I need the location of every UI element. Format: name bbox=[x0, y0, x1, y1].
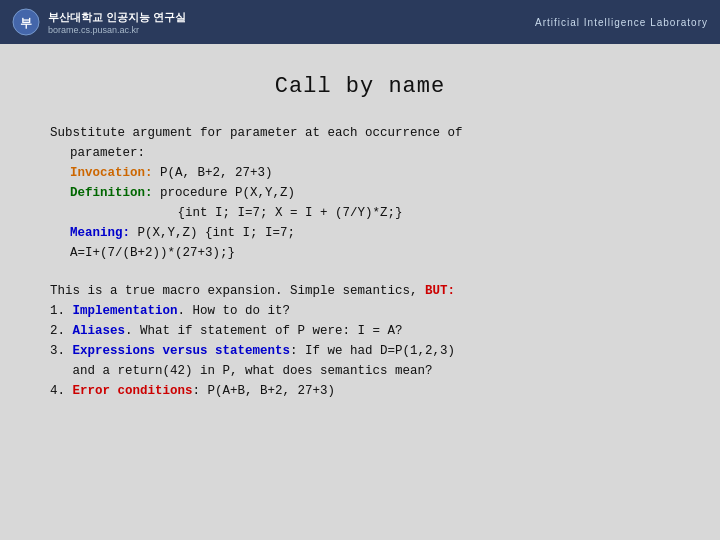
meaning-label: Meaning: bbox=[70, 226, 130, 240]
definition-line: Definition: procedure P(X,Y,Z) bbox=[70, 183, 670, 203]
university-url: borame.cs.pusan.ac.kr bbox=[48, 25, 186, 35]
item2-line: 2. Aliases. What if statement of P were:… bbox=[50, 321, 670, 341]
header-left: 부 부산대학교 인공지능 연구실 borame.cs.pusan.ac.kr bbox=[12, 8, 186, 36]
definition-body: {int I; I=7; X = I + (7/Y)*Z;} bbox=[50, 206, 403, 220]
header: 부 부산대학교 인공지능 연구실 borame.cs.pusan.ac.kr A… bbox=[0, 0, 720, 44]
main-content: Call by name Substitute argument for par… bbox=[0, 44, 720, 540]
item2-label: Aliases bbox=[65, 324, 125, 338]
university-logo: 부 bbox=[12, 8, 40, 36]
invocation-value: P(A, B+2, 27+3) bbox=[153, 166, 273, 180]
item1-line: 1. Implementation. How to do it? bbox=[50, 301, 670, 321]
meaning-line2: A=I+(7/(B+2))*(27+3);} bbox=[70, 243, 670, 263]
item4-text: : P(A+B, B+2, 27+3) bbox=[193, 384, 336, 398]
item4-label: Error conditions bbox=[65, 384, 193, 398]
svg-text:부: 부 bbox=[20, 16, 32, 30]
meaning-value2: A=I+(7/(B+2))*(27+3);} bbox=[70, 246, 235, 260]
intro-line2: parameter: bbox=[70, 143, 670, 163]
university-name: 부산대학교 인공지능 연구실 bbox=[48, 10, 186, 25]
meaning-line: Meaning: P(X,Y,Z) {int I; I=7; bbox=[70, 223, 670, 243]
slide-title: Call by name bbox=[50, 74, 670, 99]
item1-label: Implementation bbox=[65, 304, 178, 318]
item3-line: 3. Expressions versus statements: If we … bbox=[50, 341, 670, 361]
item2-text: . What if statement of P were: I = A? bbox=[125, 324, 403, 338]
header-title-block: 부산대학교 인공지능 연구실 borame.cs.pusan.ac.kr bbox=[48, 10, 186, 35]
item3-label: Expressions versus statements bbox=[65, 344, 290, 358]
item1-text: . How to do it? bbox=[178, 304, 291, 318]
definition-body-line: {int I; I=7; X = I + (7/Y)*Z;} bbox=[50, 203, 670, 223]
intro-line: Substitute argument for parameter at eac… bbox=[50, 123, 670, 143]
invocation-label: Invocation: bbox=[70, 166, 153, 180]
section2-line1: This is a true macro expansion. Simple s… bbox=[50, 281, 670, 301]
item3-text2: and a return(42) in P, what does semanti… bbox=[50, 364, 433, 378]
item3-line2: and a return(42) in P, what does semanti… bbox=[50, 361, 670, 381]
item4-line: 4. Error conditions: P(A+B, B+2, 27+3) bbox=[50, 381, 670, 401]
definition-value: procedure P(X,Y,Z) bbox=[153, 186, 296, 200]
lab-name: Artificial Intelligence Laboratory bbox=[535, 17, 708, 28]
meaning-value: P(X,Y,Z) {int I; I=7; bbox=[130, 226, 295, 240]
code-block: Substitute argument for parameter at eac… bbox=[50, 123, 670, 401]
definition-label: Definition: bbox=[70, 186, 153, 200]
item3-text: : If we had D=P(1,2,3) bbox=[290, 344, 455, 358]
but-label: BUT: bbox=[418, 284, 456, 298]
invocation-line: Invocation: P(A, B+2, 27+3) bbox=[70, 163, 670, 183]
